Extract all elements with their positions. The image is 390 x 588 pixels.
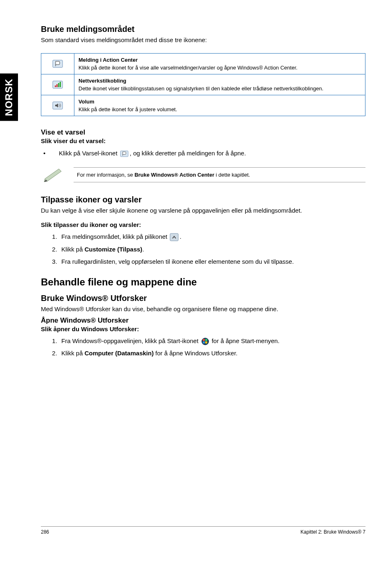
action-center-flag-icon-cell <box>41 54 74 74</box>
notification-icons-table: Melding i Action Center Klikk på dette i… <box>41 53 365 116</box>
table-cell: Volum Klikk på dette ikonet for å juster… <box>74 95 365 116</box>
svg-rect-10 <box>203 339 205 341</box>
steps-list-2: Fra Windows®-oppgavelinjen, klikk på Sta… <box>41 337 365 358</box>
row-desc: Klikk på dette ikonet for å vise alle va… <box>78 65 361 71</box>
pencil-icon <box>41 166 65 184</box>
row-title: Nettverkstilkobling <box>78 78 361 84</box>
svg-rect-11 <box>205 339 207 341</box>
step-text-post: . <box>142 246 144 253</box>
chevron-up-tray-icon <box>170 233 179 241</box>
table-row: Volum Klikk på dette ikonet for å juster… <box>41 95 365 116</box>
table-cell: Nettverkstilkobling Dette ikonet viser t… <box>74 74 365 95</box>
svg-rect-12 <box>203 341 205 343</box>
list-item: Fra Windows®-oppgavelinjen, klikk på Sta… <box>59 337 365 346</box>
list-item: Klikk på Customize (Tilpass). <box>59 245 365 254</box>
section2-bold: Slik viser du et varsel: <box>41 137 365 144</box>
note-pre: For mer informasjon, se <box>77 172 134 178</box>
step-text-pre: Klikk på <box>61 350 85 357</box>
page-number: 286 <box>41 529 49 535</box>
action-center-flag-icon <box>52 59 63 68</box>
section1-lead: Som standard vises meldingsområdet med d… <box>41 36 365 43</box>
chapter-label: Kapittel 2: Bruke Windows® 7 <box>300 529 365 535</box>
svg-rect-8 <box>170 233 178 241</box>
section-vise-varsel-title: Vise et varsel <box>41 128 365 137</box>
step-text-pre: Klikk på <box>61 246 85 253</box>
step-text-post: for å åpne Windows Utforsker. <box>154 350 238 357</box>
row-desc: Klikk på dette ikonet for å justere volu… <box>78 106 361 112</box>
network-icon-cell <box>41 74 74 95</box>
svg-rect-2 <box>55 85 56 87</box>
step-text-bold: Customize (Tilpass) <box>85 246 142 253</box>
section4-bold: Slik åpner du Windows Utforsker: <box>41 325 365 332</box>
windows-start-orb-icon <box>201 337 209 346</box>
section3-lead: Du kan velge å vise eller skjule ikonene… <box>41 207 365 214</box>
note-bold: Bruke Windows® Action Center <box>134 172 214 178</box>
section-utforsker-title: Bruke Windows® Utforsker <box>41 294 365 303</box>
step-text-post: for å åpne Start-menyen. <box>212 337 280 344</box>
note-post: i dette kapitlet. <box>214 172 250 178</box>
network-icon <box>52 80 63 89</box>
row-desc: Dette ikonet viser tilkoblingsstatusen o… <box>78 85 361 92</box>
list-item: Klikk på Computer (Datamaskin) for å åpn… <box>59 349 365 358</box>
page-footer: 286 Kapittel 2: Bruke Windows® 7 <box>41 526 365 535</box>
note-text: For mer informasjon, se Bruke Windows® A… <box>74 167 365 182</box>
list-item: Fra rullegardinlisten, velg oppførselen … <box>59 257 365 267</box>
table-row: Melding i Action Center Klikk på dette i… <box>41 54 365 74</box>
step-text-bold: Computer (Datamaskin) <box>85 350 154 357</box>
section3-bold: Slik tilpasser du ikoner og varsler: <box>41 221 365 228</box>
step-text-pre: Fra meldingsområdet, klikk på pilikonet <box>61 233 169 240</box>
section4-sub: Åpne Windows® Utforsker <box>41 316 365 325</box>
row-title: Melding i Action Center <box>78 57 361 63</box>
note-box: For mer informasjon, se Bruke Windows® A… <box>41 166 365 184</box>
table-cell: Melding i Action Center Klikk på dette i… <box>74 54 365 74</box>
svg-rect-13 <box>205 341 207 343</box>
svg-rect-4 <box>58 83 59 87</box>
list-item: Fra meldingsområdet, klikk på pilikonet … <box>59 232 365 242</box>
section-bruke-meldingsomradet-title: Bruke meldingsområdet <box>41 25 365 34</box>
steps-list: Fra meldingsområdet, klikk på pilikonet … <box>41 232 365 267</box>
step-text-post: . <box>179 233 181 240</box>
bullet-text-post: , og klikk deretter på meldingen for å å… <box>130 150 246 157</box>
row-title: Volum <box>78 99 361 105</box>
language-tab: NORSK <box>0 74 18 121</box>
section-tilpasse-title: Tilpasse ikoner og varsler <box>41 195 365 204</box>
volume-icon <box>52 101 63 110</box>
action-center-flag-icon <box>120 150 129 157</box>
list-item: Klikk på Varsel-ikonet , og klikk derett… <box>41 148 365 158</box>
volume-icon-cell <box>41 95 74 116</box>
bullet-text-pre: Klikk på Varsel-ikonet <box>59 150 119 157</box>
svg-rect-5 <box>60 82 61 87</box>
major-heading: Behandle filene og mappene dine <box>41 276 365 288</box>
step-text-pre: Fra Windows®-oppgavelinjen, klikk på Sta… <box>61 337 200 344</box>
section4-lead: Med Windows® Utforsker kan du vise, beha… <box>41 305 365 312</box>
svg-rect-3 <box>56 84 58 87</box>
table-row: Nettverkstilkobling Dette ikonet viser t… <box>41 74 365 95</box>
